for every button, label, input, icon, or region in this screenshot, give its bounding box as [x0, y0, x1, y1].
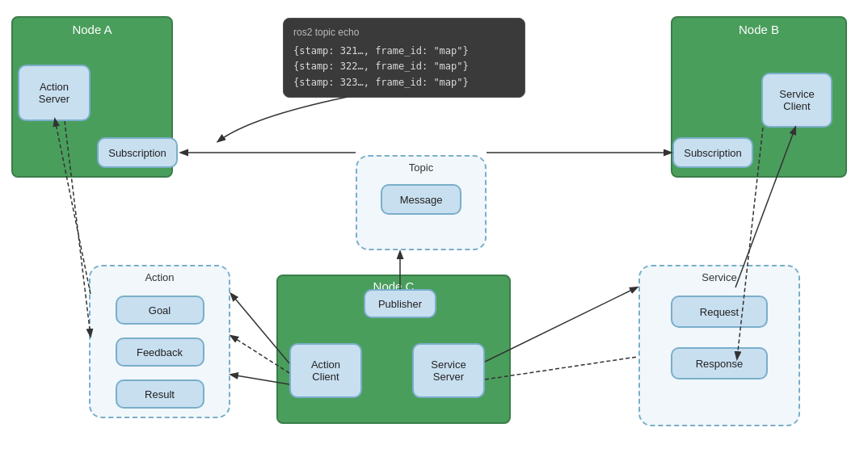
result-box: Result [116, 379, 204, 409]
response-box: Response [671, 347, 768, 379]
code-box: ros2 topic echo {stamp: 321…, frame_id: … [283, 18, 525, 98]
code-line-1: {stamp: 321…, frame_id: "map"} [293, 44, 515, 59]
action-container: Action Goal Feedback Result [89, 265, 230, 418]
topic-label: Topic [357, 161, 485, 174]
publisher-box: Publisher [364, 289, 436, 318]
message-box: Message [381, 184, 461, 215]
request-box: Request [671, 296, 768, 328]
code-line-2: {stamp: 322…, frame_id: "map"} [293, 59, 515, 74]
service-label: Service [640, 271, 798, 283]
action-label: Action [91, 271, 229, 283]
service-client-box: Service Client [761, 73, 832, 128]
subscription-b-box: Subscription [672, 137, 753, 168]
action-client-box: Action Client [289, 343, 362, 398]
node-a-label: Node A [13, 18, 171, 38]
feedback-box: Feedback [116, 338, 204, 367]
code-box-title: ros2 topic echo [293, 25, 515, 40]
service-container: Service Request Response [638, 265, 800, 426]
topic-container: Topic Message [356, 155, 487, 250]
action-server-box: Action Server [18, 65, 91, 121]
service-server-box: Service Server [412, 343, 485, 398]
code-line-3: {stamp: 323…, frame_id: "map"} [293, 75, 515, 90]
node-b-label: Node B [672, 18, 845, 38]
subscription-a-box: Subscription [97, 137, 178, 168]
goal-box: Goal [116, 296, 204, 325]
diagram-container: Node A Node B Node C ros2 topic echo {st… [0, 0, 868, 457]
